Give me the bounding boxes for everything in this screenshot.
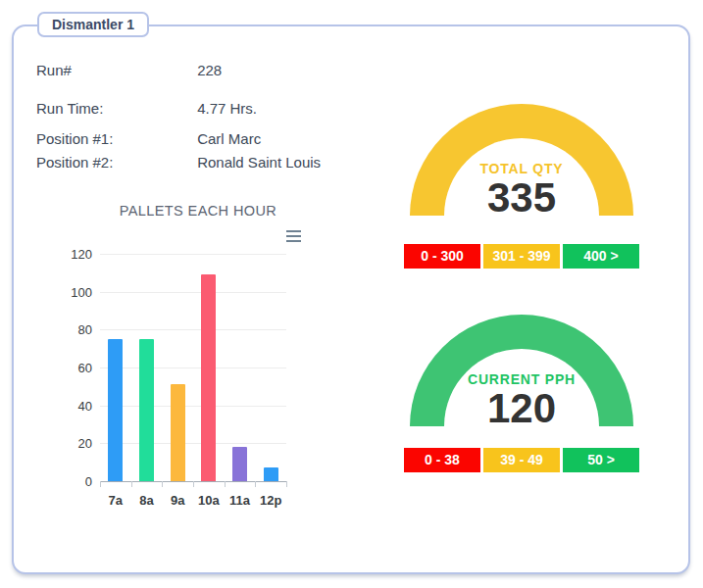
x-axis-tick <box>100 481 101 487</box>
range-bar-total-qty: 0 - 300 301 - 399 400 > <box>404 244 639 269</box>
x-axis-label: 7a <box>100 493 131 508</box>
range-red: 0 - 38 <box>404 448 480 472</box>
gauge-value-total-qty: 335 <box>410 177 633 219</box>
run-time-label: Run Time: <box>36 100 193 117</box>
position-1-label: Position #1: <box>36 130 193 147</box>
x-axis-label: 8a <box>131 493 163 508</box>
y-axis-label: 40 <box>55 399 92 414</box>
x-axis-label: 11a <box>225 493 256 508</box>
range-yellow: 39 - 49 <box>483 448 560 472</box>
dismantler-card: Dismantler 1 Run# 228 Run Time: 4.77 Hrs… <box>12 24 690 574</box>
range-green: 400 > <box>563 244 639 269</box>
gauge-total-qty: TOTAL QTY 335 0 - 300 301 - 399 400 > <box>398 104 645 269</box>
run-time-value: 4.77 Hrs. <box>197 100 257 117</box>
gridline <box>100 329 286 330</box>
x-axis-tick <box>131 481 132 487</box>
bar-8a <box>139 339 154 481</box>
y-axis-label: 80 <box>55 322 92 337</box>
x-axis-tick <box>162 481 163 487</box>
x-axis-label: 12p <box>255 493 286 508</box>
chart-title: PALLETS EACH HOUR <box>61 203 335 219</box>
bar-7a <box>108 339 123 481</box>
info-row-run-time: Run Time: 4.77 Hrs. <box>36 100 257 117</box>
run-number-value: 228 <box>197 62 222 78</box>
range-bar-current-pph: 0 - 38 39 - 49 50 > <box>404 448 639 472</box>
bar-10a <box>201 274 216 481</box>
x-axis-tick <box>286 481 287 487</box>
gauge-current-pph: CURRENT PPH 120 0 - 38 39 - 49 50 > <box>398 315 645 472</box>
position-1-value: Carl Marc <box>197 130 261 147</box>
x-axis-label: 10a <box>193 493 225 508</box>
gridline <box>100 292 286 293</box>
gauge-value-current-pph: 120 <box>410 388 633 429</box>
y-axis-label: 60 <box>55 361 92 375</box>
y-axis-label: 100 <box>55 285 92 300</box>
hamburger-menu-icon[interactable] <box>286 229 301 243</box>
info-row-position-1: Position #1: Carl Marc <box>36 130 261 147</box>
range-green: 50 > <box>563 448 639 472</box>
bar-9a <box>171 384 185 481</box>
x-axis-tick <box>225 481 226 487</box>
bar-11a <box>232 447 247 481</box>
gauge-arc-total-qty: TOTAL QTY 335 <box>410 104 633 216</box>
range-yellow: 301 - 399 <box>483 244 560 269</box>
y-axis-label: 20 <box>55 436 92 451</box>
x-axis-tick <box>193 481 194 487</box>
x-axis-tick <box>255 481 256 487</box>
gridline <box>100 254 286 255</box>
gridline <box>100 443 286 444</box>
y-axis-label: 120 <box>55 247 92 262</box>
bar-chart-plot: 1201008060402007a8a9a10a11a12p <box>100 254 286 481</box>
y-axis-label: 0 <box>55 474 92 489</box>
position-2-label: Position #2: <box>36 154 193 171</box>
run-number-label: Run# <box>36 62 193 78</box>
card-title: Dismantler 1 <box>52 17 134 32</box>
gauge-arc-current-pph: CURRENT PPH 120 <box>410 315 633 426</box>
pallets-chart: PALLETS EACH HOUR 1201008060402007a8a9a1… <box>61 201 335 544</box>
card-title-chip: Dismantler 1 <box>37 12 149 37</box>
x-axis-label: 9a <box>162 493 193 508</box>
range-red: 0 - 300 <box>404 244 480 269</box>
gridline <box>100 368 286 368</box>
bar-12p <box>264 467 278 481</box>
info-row-run-number: Run# 228 <box>36 62 222 78</box>
run-info: Run# 228 Run Time: 4.77 Hrs. Position #1… <box>36 62 428 189</box>
position-2-value: Ronald Saint Louis <box>197 154 321 171</box>
info-row-position-2: Position #2: Ronald Saint Louis <box>36 154 321 171</box>
gridline <box>100 406 286 407</box>
